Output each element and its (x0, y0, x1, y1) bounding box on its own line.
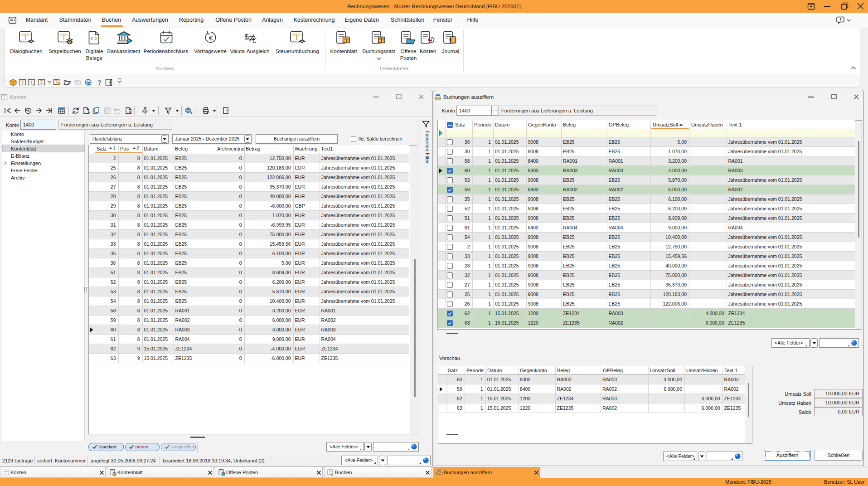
svg-text:Σ: Σ (40, 80, 43, 85)
svg-text:?: ? (98, 79, 102, 86)
svg-text:€: € (252, 36, 257, 44)
svg-text:€: € (209, 34, 213, 42)
svg-text:SL: SL (87, 82, 91, 85)
svg-text:$: $ (244, 33, 249, 41)
